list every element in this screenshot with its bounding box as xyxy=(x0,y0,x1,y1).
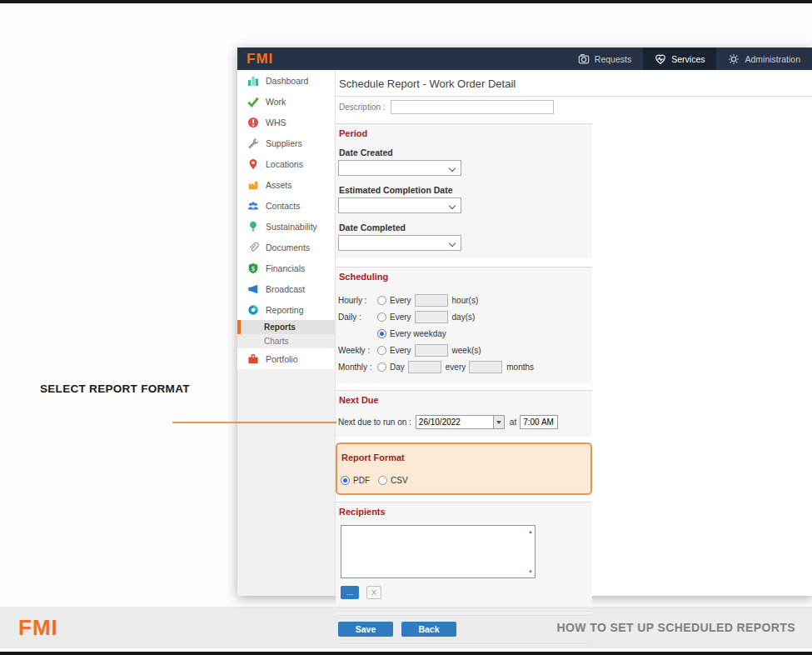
recipients-heading: Recipients xyxy=(338,505,587,517)
date-dropdown-button[interactable] xyxy=(494,415,505,429)
weekly-label: Weekly : xyxy=(338,346,377,355)
pdf-label: PDF xyxy=(353,476,370,485)
sidebar-item-reports[interactable]: Reports xyxy=(237,320,335,334)
separator-strip xyxy=(336,611,592,616)
monthly-day-input[interactable] xyxy=(408,361,441,373)
sidebar-menu: Dashboard Work WHS Suppliers Locations A… xyxy=(237,70,335,369)
svg-text:$: $ xyxy=(251,264,255,272)
sidebar-item-label: Broadcast xyxy=(266,284,305,294)
description-label: Description : xyxy=(339,102,386,112)
dollar-shield-icon: $ xyxy=(247,262,259,274)
radio-dot xyxy=(343,478,347,482)
nav-requests[interactable]: Requests xyxy=(566,48,643,70)
pdf-radio[interactable] xyxy=(341,476,350,485)
report-format-heading: Report Format xyxy=(341,451,585,462)
sidebar-item-documents[interactable]: Documents xyxy=(237,237,335,258)
hourly-count-input[interactable] xyxy=(415,294,448,307)
report-format-box: Report Format PDF CSV xyxy=(336,442,592,495)
page-title: Schedule Report - Work Order Detail xyxy=(336,70,812,97)
sidebar-item-label: Assets xyxy=(266,180,292,190)
monthly-suffix: months xyxy=(506,362,534,372)
sidebar-item-label: Dashboard xyxy=(266,76,308,86)
save-button[interactable]: Save xyxy=(338,622,393,637)
next-due-time-input[interactable] xyxy=(520,415,558,429)
weekly-count-input[interactable] xyxy=(415,344,448,357)
monthly-mid-label: every xyxy=(446,362,466,372)
slide-top-border xyxy=(0,0,812,3)
daily-radio-label: Every xyxy=(390,312,411,322)
sidebar-item-portfolio[interactable]: Portfolio xyxy=(237,348,335,369)
slide-bottom-border xyxy=(0,652,812,655)
csv-radio[interactable] xyxy=(378,476,387,485)
recipients-section: Recipients ▲ ▼ ... X xyxy=(336,502,592,607)
paperclip-icon xyxy=(247,242,259,253)
csv-label: CSV xyxy=(391,476,408,485)
sidebar-item-sustainability[interactable]: Sustainability xyxy=(237,216,335,237)
browse-recipients-button[interactable]: ... xyxy=(341,586,359,599)
sidebar-item-label: Sustainability xyxy=(266,222,317,232)
weekly-radio[interactable] xyxy=(377,346,386,355)
back-button[interactable]: Back xyxy=(401,622,456,637)
sidebar-item-label: Reports xyxy=(264,322,296,332)
scroll-down-icon[interactable]: ▼ xyxy=(528,569,533,574)
recipients-box: ▲ ▼ xyxy=(341,525,536,582)
donut-chart-icon xyxy=(247,304,259,316)
date-completed-select[interactable] xyxy=(338,235,461,251)
caret-down-icon xyxy=(496,421,501,424)
megaphone-icon xyxy=(247,283,259,295)
map-pin-icon xyxy=(247,158,259,170)
next-due-row: Next due to run on : at xyxy=(338,415,587,429)
sidebar-item-label: Reporting xyxy=(266,305,304,315)
daily-count-input[interactable] xyxy=(415,311,448,323)
date-completed-field: Date Completed xyxy=(338,222,587,251)
app-window: FMI Requests Services Administration Das… xyxy=(237,48,812,596)
daily-radio[interactable] xyxy=(377,312,386,322)
sidebar-item-label: Contacts xyxy=(266,201,300,211)
description-input[interactable] xyxy=(391,100,554,114)
nav-administration[interactable]: Administration xyxy=(716,48,812,70)
every-weekday-radio[interactable] xyxy=(377,329,386,338)
sidebar-item-locations[interactable]: Locations xyxy=(237,153,335,174)
lightbulb-icon xyxy=(247,221,259,232)
sidebar-item-label: Documents xyxy=(266,242,310,252)
top-nav: Requests Services Administration xyxy=(566,48,812,70)
fmi-logo: FMI xyxy=(237,51,273,68)
sidebar-item-financials[interactable]: $ Financials xyxy=(237,258,335,278)
period-section: Period Date Created Estimated Completion… xyxy=(336,123,592,258)
form-actions: Save Back xyxy=(338,622,592,637)
sidebar-item-charts[interactable]: Charts xyxy=(237,334,335,348)
sidebar-item-broadcast[interactable]: Broadcast xyxy=(237,278,335,299)
date-completed-label: Date Completed xyxy=(339,222,587,232)
monthly-radio[interactable] xyxy=(377,362,386,372)
sidebar-item-whs[interactable]: WHS xyxy=(237,112,335,132)
weekly-row: Weekly : Every week(s) xyxy=(338,342,587,358)
sidebar-item-work[interactable]: Work xyxy=(237,91,335,112)
sidebar-item-contacts[interactable]: Contacts xyxy=(237,195,335,216)
next-due-heading: Next Due xyxy=(338,393,587,405)
nav-administration-label: Administration xyxy=(745,54,800,64)
form-column: Period Date Created Estimated Completion… xyxy=(336,123,592,644)
sidebar-item-suppliers[interactable]: Suppliers xyxy=(237,132,335,153)
sidebar-item-dashboard[interactable]: Dashboard xyxy=(237,70,335,91)
next-due-section: Next Due Next due to run on : at xyxy=(336,390,592,437)
monthly-months-input[interactable] xyxy=(469,361,502,373)
main-content: Schedule Report - Work Order Detail Desc… xyxy=(335,70,812,596)
report-format-options: PDF CSV xyxy=(341,476,585,485)
sidebar-item-assets[interactable]: Assets xyxy=(237,174,335,195)
checkmark-icon xyxy=(247,96,259,108)
estimated-completion-select[interactable] xyxy=(338,198,461,213)
recipients-textarea[interactable] xyxy=(341,525,536,578)
at-label: at xyxy=(510,418,516,427)
date-created-select[interactable] xyxy=(338,160,461,176)
hourly-radio[interactable] xyxy=(377,296,386,305)
people-icon xyxy=(247,200,259,212)
sidebar-item-reporting[interactable]: Reporting xyxy=(237,299,335,320)
daily-suffix: day(s) xyxy=(452,312,476,322)
scroll-up-icon[interactable]: ▲ xyxy=(528,529,533,534)
dashboard-icon xyxy=(247,75,259,87)
next-due-date-input[interactable] xyxy=(416,415,494,429)
annotation-connector-line xyxy=(172,422,336,423)
scheduling-section: Scheduling Hourly : Every hour(s) Daily … xyxy=(336,267,592,382)
nav-services[interactable]: Services xyxy=(643,48,716,70)
clear-recipients-button[interactable]: X xyxy=(366,586,381,599)
